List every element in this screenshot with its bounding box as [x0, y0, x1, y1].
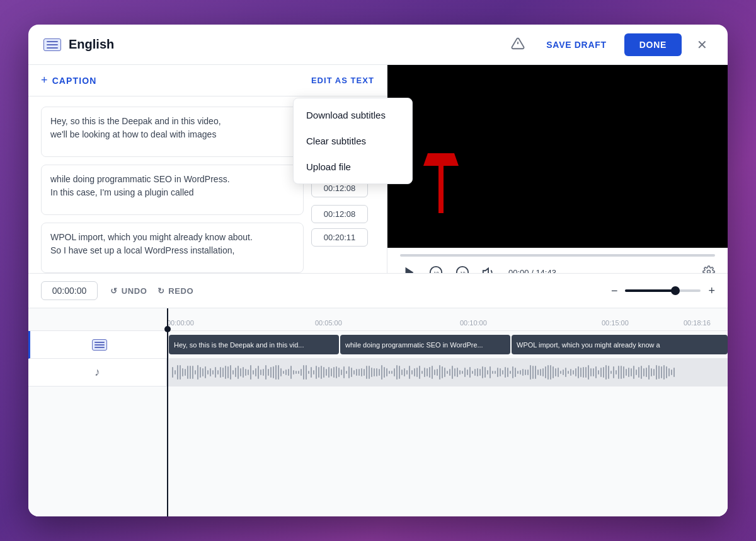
- captions-column: Hey, so this is the Deepak and in this v…: [41, 107, 304, 263]
- undo-icon: ↺: [110, 286, 118, 296]
- forward-button[interactable]: 10: [453, 263, 472, 273]
- header-actions: SAVE DRAFT DONE ✕: [507, 33, 713, 56]
- caption-label: CAPTION: [52, 76, 97, 86]
- audio-track-icon: ♪: [94, 366, 100, 379]
- redo-button[interactable]: ↻ REDO: [158, 286, 194, 296]
- caption-card-2[interactable]: while doing programmatic SEO in WordPres…: [41, 165, 304, 215]
- edit-as-text-button[interactable]: EDIT AS TEXT: [311, 76, 374, 85]
- audio-waveform-container: document.addEventListener('DOMContentLoa…: [167, 359, 728, 386]
- redo-icon: ↻: [158, 286, 165, 296]
- volume-button[interactable]: [479, 263, 498, 273]
- ruler-mark-3: 00:15:00: [602, 319, 629, 327]
- dropdown-download-subtitles[interactable]: Download subtitles: [294, 102, 412, 128]
- svg-text:10: 10: [433, 270, 438, 273]
- done-button[interactable]: DONE: [624, 33, 682, 56]
- play-button[interactable]: [400, 263, 419, 273]
- modal-content: + CAPTION EDIT AS TEXT Download subtitle…: [28, 65, 728, 273]
- audio-track-label: ♪: [28, 359, 167, 386]
- dropdown-clear-subtitles[interactable]: Clear subtitles: [294, 128, 412, 154]
- progress-bar[interactable]: [400, 254, 715, 257]
- zoom-slider-thumb: [671, 286, 680, 295]
- undo-redo-group: ↺ UNDO ↻ REDO: [110, 286, 193, 296]
- caption-segment-2[interactable]: while doing programmatic SEO in WordPre.…: [340, 335, 510, 354]
- page-title: English: [69, 37, 507, 52]
- left-panel: + CAPTION EDIT AS TEXT Download subtitle…: [28, 65, 387, 273]
- plus-icon: +: [41, 74, 49, 87]
- controls-row: 10 10 00:00: [400, 263, 715, 273]
- zoom-controls: − +: [611, 284, 715, 298]
- zoom-out-button[interactable]: −: [611, 284, 618, 298]
- caption-track-icon: [92, 339, 107, 351]
- bottom-toolbar: 00:00:00 ↺ UNDO ↻ REDO − +: [28, 273, 728, 308]
- caption-track-label: [30, 331, 169, 358]
- zoom-slider-fill: [625, 289, 678, 292]
- dropdown-upload-file[interactable]: Upload file: [294, 154, 412, 180]
- modal-header: English SAVE DRAFT DONE ✕: [28, 25, 728, 65]
- caption-card-3[interactable]: WPOL import, which you might already kno…: [41, 223, 304, 273]
- zoom-slider[interactable]: [625, 289, 701, 292]
- caption-track-row: Hey, so this is the Deepak and in this v…: [28, 331, 728, 359]
- timeline-ruler: 00:00:00 00:05:00 00:10:00 00:15:00 00:1…: [28, 308, 728, 331]
- audio-track-content: document.addEventListener('DOMContentLoa…: [167, 359, 728, 386]
- svg-marker-4: [406, 267, 414, 273]
- zoom-in-button[interactable]: +: [708, 284, 715, 298]
- right-panel: 10 10 00:00: [387, 65, 728, 273]
- timeline-area: 00:00:00 00:05:00 00:10:00 00:15:00 00:1…: [28, 308, 728, 516]
- add-caption-button[interactable]: + CAPTION: [41, 74, 96, 87]
- caption-track-content: Hey, so this is the Deepak and in this v…: [169, 331, 728, 358]
- audio-waveform: document.addEventListener('DOMContentLoa…: [167, 365, 728, 380]
- timeline-tracks: Hey, so this is the Deepak and in this v…: [28, 331, 728, 387]
- dropdown-menu: Download subtitles Clear subtitles Uploa…: [293, 98, 413, 184]
- time-display: 00:00 / 14:43: [508, 268, 695, 274]
- settings-button[interactable]: [702, 265, 715, 274]
- ruler-mark-4: 00:18:16: [684, 319, 711, 327]
- caption-segment-1[interactable]: Hey, so this is the Deepak and in this v…: [169, 335, 339, 354]
- ruler-mark-2: 00:10:00: [460, 319, 487, 327]
- video-player[interactable]: [387, 65, 728, 248]
- playhead[interactable]: [167, 308, 168, 516]
- rewind-button[interactable]: 10: [427, 263, 445, 273]
- modal-container: English SAVE DRAFT DONE ✕ + CAPTION: [28, 25, 728, 516]
- undo-button[interactable]: ↺ UNDO: [110, 286, 147, 296]
- timestamp-group-3: [311, 205, 374, 247]
- alert-button[interactable]: [507, 33, 529, 56]
- audio-track-row: ♪ document.addEventListener('DOMContentL…: [28, 359, 728, 387]
- ruler-mark-0: 00:00:00: [167, 319, 194, 327]
- svg-marker-9: [483, 269, 488, 273]
- ruler-mark-1: 00:05:00: [315, 319, 342, 327]
- caption-card-1[interactable]: Hey, so this is the Deepak and in this v…: [41, 107, 304, 157]
- caption-segments: Hey, so this is the Deepak and in this v…: [169, 331, 728, 358]
- save-draft-button[interactable]: SAVE DRAFT: [539, 35, 614, 55]
- timecode-display: 00:00:00: [41, 281, 98, 300]
- timestamp-3-start[interactable]: [311, 205, 368, 223]
- caption-segment-3[interactable]: WPOL import, which you might already kno…: [512, 335, 728, 354]
- playhead-dot: [164, 326, 171, 332]
- video-controls: 10 10 00:00: [387, 248, 728, 273]
- close-button[interactable]: ✕: [692, 35, 713, 55]
- language-icon: [43, 38, 61, 51]
- timestamp-3-end[interactable]: [311, 228, 368, 247]
- svg-text:10: 10: [460, 270, 465, 273]
- caption-toolbar: + CAPTION EDIT AS TEXT: [28, 65, 387, 96]
- svg-point-10: [707, 270, 711, 273]
